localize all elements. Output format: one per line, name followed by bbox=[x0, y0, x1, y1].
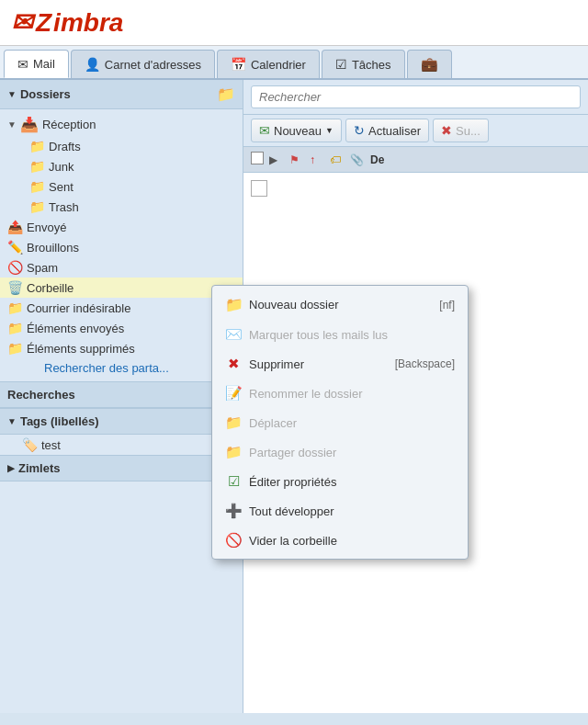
tag-test[interactable]: 🏷️ test bbox=[0, 435, 243, 455]
menu-item-partager: 📁 Partager dossier bbox=[212, 437, 468, 467]
junk-label: Junk bbox=[49, 160, 74, 174]
contacts-tab-label: Carnet d'adresses bbox=[105, 58, 201, 72]
developper-icon: ➕ bbox=[225, 503, 242, 519]
menu-item-vider-corbeille[interactable]: 🚫 Vider la corbeille bbox=[212, 526, 468, 555]
app-header: ✉ Zimbra bbox=[0, 0, 588, 46]
corbeille-folder-icon: 🗑️ bbox=[7, 280, 23, 295]
zimlets-section-header[interactable]: ▶ Zimlets bbox=[0, 455, 243, 481]
deplacer-label: Déplacer bbox=[249, 416, 455, 430]
dossiers-section-header[interactable]: ▼ Dossiers 📁 bbox=[0, 80, 243, 109]
folder-reception[interactable]: ▼ 📥 Réception bbox=[0, 113, 243, 136]
tab-briefcase[interactable]: 💼 bbox=[407, 50, 452, 78]
envoye-label: Envoyé bbox=[27, 221, 66, 234]
tasks-tab-label: Tâches bbox=[352, 58, 391, 72]
col-header-from[interactable]: De bbox=[367, 151, 584, 169]
col-priority-icon: ↑ bbox=[310, 153, 315, 166]
trash-folder-icon: 📁 bbox=[29, 199, 45, 214]
folder-elements-envoyes[interactable]: 📁 Éléments envoyés bbox=[0, 318, 243, 338]
folder-courrier-indesirable[interactable]: 📁 Courrier indésirable bbox=[0, 298, 243, 318]
tags-arrow-icon: ▼ bbox=[7, 416, 17, 426]
nouveau-label: Nouveau bbox=[274, 124, 322, 138]
folder-spam[interactable]: 🚫 Spam bbox=[0, 257, 243, 278]
nouveau-button[interactable]: ✉ Nouveau ▼ bbox=[251, 119, 342, 142]
sidebar: ▼ Dossiers 📁 ▼ 📥 Réception 📁 Drafts 📁 Ju… bbox=[0, 80, 243, 713]
folder-trash[interactable]: 📁 Trash bbox=[0, 197, 243, 217]
logo-text: Z bbox=[36, 8, 51, 38]
editer-icon: ☑ bbox=[225, 473, 242, 490]
tab-contacts[interactable]: 👤 Carnet d'adresses bbox=[71, 50, 215, 78]
elements-envoyes-folder-icon: 📁 bbox=[7, 321, 23, 335]
menu-item-editer[interactable]: ☑ Éditer propriétés bbox=[212, 467, 468, 496]
column-headers: ▶ ⚑ ↑ 🏷 📎 De bbox=[243, 147, 588, 173]
marquer-lus-icon: ✉️ bbox=[225, 326, 242, 343]
actualiser-button[interactable]: ↻ Actualiser bbox=[345, 119, 429, 142]
spam-label: Spam bbox=[27, 261, 58, 275]
reception-arrow-icon: ▼ bbox=[7, 119, 17, 130]
folder-drafts[interactable]: 📁 Drafts bbox=[0, 136, 243, 156]
supprimer-icon: ✖ bbox=[441, 123, 452, 138]
supprimer-shortcut: [Backspace] bbox=[395, 357, 455, 370]
recherches-section: Recherches bbox=[0, 381, 243, 408]
folder-corbeille[interactable]: 🗑️ Corbeille bbox=[0, 278, 243, 298]
folder-sent[interactable]: 📁 Sent bbox=[0, 176, 243, 197]
envoye-folder-icon: 📤 bbox=[7, 220, 23, 234]
zimlets-arrow-icon: ▶ bbox=[7, 463, 15, 473]
tab-tasks[interactable]: ☑ Tâches bbox=[322, 50, 405, 78]
dossiers-arrow-icon: ▼ bbox=[7, 89, 17, 99]
actualiser-label: Actualiser bbox=[368, 124, 421, 138]
supprimer-button[interactable]: ✖ Su... bbox=[433, 119, 489, 142]
col-header-flag: ⚑ bbox=[286, 151, 304, 169]
supprimer-label: Su... bbox=[456, 124, 481, 138]
col-attach-icon: 📎 bbox=[350, 153, 364, 166]
drafts-label: Drafts bbox=[49, 140, 81, 153]
deplacer-icon: 📁 bbox=[225, 414, 242, 431]
tags-section-header[interactable]: ▼ Tags (libellés) bbox=[0, 408, 243, 435]
message-checkbox[interactable] bbox=[251, 180, 267, 197]
menu-item-nouveau-dossier[interactable]: 📁 Nouveau dossier [nf] bbox=[212, 289, 468, 320]
logo-icon: ✉ bbox=[11, 7, 32, 38]
folder-junk[interactable]: 📁 Junk bbox=[0, 156, 243, 176]
menu-item-renommer: 📝 Renommer le dossier bbox=[212, 379, 468, 408]
marquer-lus-label: Marquer tous les mails lus bbox=[249, 328, 455, 342]
supprimer-label: Supprimer bbox=[249, 357, 388, 371]
mail-tab-icon: ✉ bbox=[17, 57, 28, 72]
corbeille-label: Corbeille bbox=[27, 281, 74, 295]
search-bar bbox=[243, 80, 588, 115]
elements-supprimes-folder-icon: 📁 bbox=[7, 341, 23, 356]
nouveau-dossier-shortcut: [nf] bbox=[439, 299, 455, 312]
tasks-tab-icon: ☑ bbox=[335, 57, 347, 72]
supprimer-icon: ✖ bbox=[225, 356, 242, 372]
menu-item-developper[interactable]: ➕ Tout développer bbox=[212, 496, 468, 526]
col-header-arrow: ▶ bbox=[266, 151, 284, 169]
folder-elements-supprimes[interactable]: 📁 Éléments supprimés bbox=[0, 338, 243, 358]
contacts-tab-icon: 👤 bbox=[85, 57, 100, 72]
nouveau-arrow-icon: ▼ bbox=[325, 126, 334, 135]
vider-corbeille-label: Vider la corbeille bbox=[249, 534, 455, 548]
sent-folder-icon: 📁 bbox=[29, 179, 45, 194]
folder-brouillons[interactable]: ✏️ Brouillons bbox=[0, 237, 243, 257]
rechercher-partageurs-link[interactable]: Rechercher des parta... bbox=[0, 358, 243, 378]
sent-label: Sent bbox=[49, 180, 74, 194]
new-folder-icon[interactable]: 📁 bbox=[217, 85, 235, 103]
menu-item-supprimer[interactable]: ✖ Supprimer [Backspace] bbox=[212, 349, 468, 379]
col-tag-icon: 🏷 bbox=[330, 153, 341, 166]
nouveau-dossier-label: Nouveau dossier bbox=[249, 298, 432, 312]
actualiser-icon: ↻ bbox=[354, 123, 365, 138]
calendar-tab-icon: 📅 bbox=[231, 57, 246, 72]
brouillons-label: Brouillons bbox=[27, 241, 79, 255]
menu-item-marquer-lus: ✉️ Marquer tous les mails lus bbox=[212, 320, 468, 349]
app-logo: ✉ Zimbra bbox=[11, 7, 123, 38]
tab-mail[interactable]: ✉ Mail bbox=[4, 50, 69, 78]
tag-test-icon: 🏷️ bbox=[22, 437, 38, 452]
reception-folder-icon: 📥 bbox=[20, 116, 39, 133]
folder-envoye[interactable]: 📤 Envoyé bbox=[0, 217, 243, 237]
courrier-folder-icon: 📁 bbox=[7, 300, 23, 315]
tab-calendar[interactable]: 📅 Calendrier bbox=[217, 50, 320, 78]
tags-label: Tags (libellés) bbox=[20, 414, 99, 428]
folder-tree: ▼ 📥 Réception 📁 Drafts 📁 Junk 📁 Sent bbox=[0, 109, 243, 381]
search-input[interactable] bbox=[251, 85, 581, 108]
zimlets-label: Zimlets bbox=[18, 461, 61, 475]
renommer-label: Renommer le dossier bbox=[249, 387, 455, 401]
elements-envoyes-label: Éléments envoyés bbox=[27, 322, 124, 335]
drafts-folder-icon: 📁 bbox=[29, 139, 45, 153]
